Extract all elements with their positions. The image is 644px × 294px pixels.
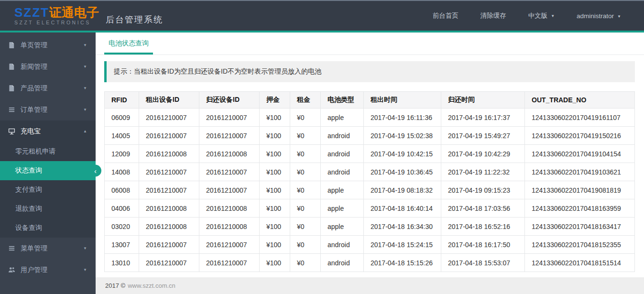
table-body: 060092016121000720161210007¥100¥0apple20… bbox=[105, 109, 635, 272]
chevron-up-icon: ▲ bbox=[83, 129, 87, 133]
nav-label: 前台首页 bbox=[433, 12, 458, 19]
app-title: 后台管理系统 bbox=[106, 14, 163, 25]
sidebar-subitem-label: 设备查询 bbox=[15, 224, 42, 232]
table-cell: 12009 bbox=[105, 145, 139, 163]
sidebar-item-label: 新闻管理 bbox=[21, 63, 47, 71]
table-cell: 20161210007 bbox=[199, 181, 260, 199]
table-cell: ¥0 bbox=[290, 181, 321, 199]
table-cell: ¥0 bbox=[290, 163, 321, 181]
sidebar-item-product[interactable]: 产品管理▼ bbox=[0, 77, 96, 99]
nav-clear-cache[interactable]: 清除缓存 bbox=[480, 11, 506, 20]
sidebar-subitem-zero-rent-apply[interactable]: 零元租机申请 bbox=[0, 142, 96, 161]
table-cell: 20161210008 bbox=[199, 145, 260, 163]
table-cell: 13007 bbox=[105, 236, 139, 254]
column-header: 租出时间 bbox=[364, 92, 441, 109]
nav-label: 中文版 bbox=[528, 12, 548, 19]
table-cell: ¥0 bbox=[290, 109, 321, 127]
table-cell: android bbox=[321, 236, 364, 254]
sidebar-subitem-device-query[interactable]: 设备查询 bbox=[0, 218, 96, 238]
nav-user[interactable]: administrator▼ bbox=[577, 12, 621, 20]
table-cell: 20161210007 bbox=[139, 254, 199, 272]
chevron-down-icon: ▼ bbox=[83, 108, 87, 112]
header: SZZT证通电子 SZZT ELECTRONICS 后台管理系统 前台首页清除缓… bbox=[0, 1, 644, 31]
sidebar-item-news[interactable]: 新闻管理▼ bbox=[0, 56, 96, 77]
table-cell: 2017-04-19 16:11:36 bbox=[364, 109, 441, 127]
table-row: 130102016121000720161210007¥100¥0android… bbox=[105, 254, 635, 272]
column-header: RFID bbox=[105, 92, 139, 109]
table-cell: 124133060220170418163959 bbox=[525, 199, 635, 218]
table-row: 140052016121000720161210007¥100¥0android… bbox=[105, 127, 635, 145]
table-cell: 2017-04-19 11:22:32 bbox=[441, 163, 525, 181]
sidebar-item-order[interactable]: 订单管理▼ bbox=[0, 99, 96, 120]
table-cell: 20161210007 bbox=[139, 127, 199, 145]
chevron-down-icon: ▼ bbox=[83, 268, 87, 272]
column-header: 电池类型 bbox=[321, 92, 364, 109]
table-cell: ¥100 bbox=[260, 236, 290, 254]
sidebar-collapse-toggle[interactable]: ‹ bbox=[89, 165, 101, 177]
table-cell: 2017-04-18 16:40:14 bbox=[364, 199, 441, 218]
nav-home[interactable]: 前台首页 bbox=[433, 11, 458, 20]
table-cell: ¥100 bbox=[260, 218, 290, 236]
table-cell: 124133060220170419150216 bbox=[525, 127, 635, 145]
table-cell: 20161210007 bbox=[139, 163, 199, 181]
brand-logo-text: SZZT证通电子 bbox=[14, 6, 99, 19]
table-row: 120092016121000820161210008¥100¥0android… bbox=[105, 145, 635, 163]
table-cell: android bbox=[321, 127, 364, 145]
table-cell: ¥100 bbox=[260, 127, 290, 145]
footer-copyright: 2017 © bbox=[105, 282, 125, 289]
table-cell: 2017-04-19 10:36:45 bbox=[364, 163, 441, 181]
table-cell: ¥100 bbox=[260, 181, 290, 199]
table-cell: 20161210007 bbox=[199, 236, 260, 254]
table-cell: 20161210007 bbox=[199, 127, 260, 145]
sidebar-subitem-status-query[interactable]: 状态查询‹ bbox=[0, 161, 96, 180]
list-icon bbox=[8, 245, 16, 252]
table-cell: ¥100 bbox=[260, 163, 290, 181]
sidebar-item-label: 充电宝 bbox=[21, 127, 41, 136]
table-cell: 20161210008 bbox=[199, 199, 260, 218]
sidebar-subitem-refund-query[interactable]: 退款查询 bbox=[0, 199, 96, 218]
footer: 2017 © www.szzt.com.cn bbox=[96, 277, 644, 294]
table-cell: 20161210007 bbox=[199, 109, 260, 127]
table-cell: 14008 bbox=[105, 163, 139, 181]
sidebar-item-label: 订单管理 bbox=[21, 106, 47, 114]
sidebar-item-user[interactable]: 用户管理▼ bbox=[0, 259, 96, 281]
table-cell: 20161210008 bbox=[199, 218, 260, 236]
sidebar-item-powerbank[interactable]: 充电宝▲ bbox=[0, 120, 96, 142]
battery-status-table: RFID租出设备ID归还设备ID押金租金电池类型租出时间归还时间OUT_TRAD… bbox=[104, 91, 635, 272]
top-nav: 前台首页清除缓存中文版▼administrator▼ bbox=[433, 11, 621, 20]
nav-label: administrator bbox=[577, 12, 614, 20]
table-cell: 2017-04-18 15:24:15 bbox=[364, 236, 441, 254]
column-header: 归还设备ID bbox=[199, 92, 260, 109]
sidebar-item-label: 单页管理 bbox=[21, 41, 47, 50]
brand-logo: SZZT证通电子 SZZT ELECTRONICS bbox=[14, 6, 99, 25]
table-cell: 2017-04-18 15:15:26 bbox=[364, 254, 441, 272]
sidebar-item-label: 用户管理 bbox=[21, 266, 47, 274]
table-cell: 124133060220170419081819 bbox=[525, 181, 635, 199]
battery-status-table-wrap: RFID租出设备ID归还设备ID押金租金电池类型租出时间归还时间OUT_TRAD… bbox=[104, 91, 635, 272]
nav-language[interactable]: 中文版▼ bbox=[528, 11, 555, 20]
table-cell: 2017-04-18 16:34:30 bbox=[364, 218, 441, 236]
list-icon bbox=[8, 106, 16, 114]
tip-banner: 提示：当租出设备ID为空且归还设备ID不为空时表示管理员放入的电池 bbox=[104, 61, 635, 82]
table-cell: 20161210008 bbox=[139, 145, 199, 163]
column-header: 租金 bbox=[290, 92, 321, 109]
body: 单页管理▼新闻管理▼产品管理▼订单管理▼充电宝▲零元租机申请状态查询‹支付查询退… bbox=[0, 33, 644, 294]
footer-domain: www.szzt.com.cn bbox=[128, 282, 175, 289]
table-cell: ¥0 bbox=[290, 218, 321, 236]
table-row: 140082016121000720161210007¥100¥0android… bbox=[105, 163, 635, 181]
table-cell: ¥100 bbox=[260, 254, 290, 272]
table-cell: 20161210007 bbox=[139, 109, 199, 127]
brand-name-cn: 证通电子 bbox=[49, 5, 99, 20]
tab-battery-status-query[interactable]: 电池状态查询 bbox=[104, 33, 153, 54]
table-cell: apple bbox=[321, 218, 364, 236]
sidebar-item-menu[interactable]: 菜单管理▼ bbox=[0, 238, 96, 259]
sidebar-subitem-payment-query[interactable]: 支付查询 bbox=[0, 180, 96, 199]
sidebar-item-single-page[interactable]: 单页管理▼ bbox=[0, 34, 96, 56]
table-cell: android bbox=[321, 163, 364, 181]
table-cell: 06008 bbox=[105, 181, 139, 199]
column-header: 归还时间 bbox=[441, 92, 525, 109]
table-row: 030202016121000820161210008¥100¥0apple20… bbox=[105, 218, 635, 236]
table-cell: 124133060220170419103621 bbox=[525, 163, 635, 181]
table-cell: 124133060220170418163417 bbox=[525, 218, 635, 236]
file-icon bbox=[8, 42, 16, 49]
